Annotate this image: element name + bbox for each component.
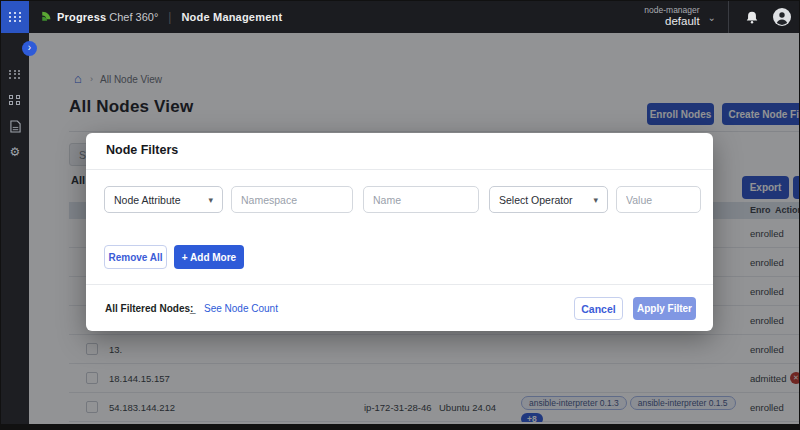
org-env: default: [644, 15, 699, 28]
progress-logo-icon: [39, 11, 52, 24]
topbar-divider: |: [168, 10, 171, 24]
name-input[interactable]: [363, 186, 479, 213]
node-attribute-value: Node Attribute: [114, 194, 181, 206]
top-bar: Progress Chef 360° | Node Management nod…: [1, 1, 800, 33]
add-more-button[interactable]: + Add More: [174, 245, 244, 269]
gear-icon: ⚙: [10, 146, 21, 158]
app-title: Node Management: [181, 11, 282, 23]
brand-secondary: Chef 360°: [109, 11, 158, 23]
notifications-button[interactable]: [745, 10, 759, 25]
app-launcher-button[interactable]: [1, 1, 29, 33]
remove-all-button[interactable]: Remove All: [104, 245, 167, 269]
sidebar-item-apps[interactable]: [1, 87, 29, 113]
sidebar-item-nodes[interactable]: [1, 61, 29, 87]
sidebar-item-docs[interactable]: [1, 113, 29, 139]
apply-filter-button[interactable]: Apply Filter: [633, 297, 696, 320]
org-name: node-manager: [644, 6, 699, 15]
sidebar-expand-button[interactable]: ›: [22, 41, 37, 56]
node-filters-modal: Node Filters Node Attribute ▾ Select Ope…: [86, 133, 713, 331]
sidebar-item-settings[interactable]: ⚙: [1, 139, 29, 165]
nodes-icon: [9, 70, 21, 79]
document-icon: [10, 120, 21, 133]
account-button[interactable]: [773, 8, 791, 26]
caret-down-icon: ▾: [208, 195, 213, 205]
waffle-icon: [9, 12, 22, 22]
topbar-right: node-manager default ⌄: [644, 1, 800, 33]
chevron-down-icon: ⌄: [708, 12, 716, 23]
topbar-separator: [728, 1, 729, 33]
avatar-icon: [773, 8, 791, 26]
cancel-button[interactable]: Cancel: [574, 297, 623, 320]
see-node-count-link[interactable]: See Node Count: [204, 303, 278, 314]
brand-primary: Progress: [57, 11, 106, 23]
modal-title: Node Filters: [106, 143, 178, 157]
org-switcher[interactable]: node-manager default: [644, 6, 699, 28]
caret-down-icon: ▾: [593, 195, 598, 205]
grid-icon: [9, 95, 21, 105]
filtered-nodes-label: All Filtered Nodes:: [105, 303, 193, 314]
filtered-nodes-value: _: [190, 303, 196, 314]
value-input[interactable]: [616, 186, 701, 213]
operator-value: Select Operator: [499, 194, 573, 206]
left-sidebar: ⚙: [1, 33, 29, 429]
modal-divider: [86, 169, 713, 170]
bottom-border: [1, 424, 799, 429]
bell-icon: [745, 10, 759, 25]
namespace-input[interactable]: [231, 186, 353, 213]
node-attribute-dropdown[interactable]: Node Attribute ▾: [104, 186, 223, 213]
operator-dropdown[interactable]: Select Operator ▾: [489, 186, 608, 213]
modal-divider: [86, 284, 713, 285]
brand-logo: Progress Chef 360°: [39, 11, 158, 24]
app-window: Progress Chef 360° | Node Management nod…: [0, 0, 800, 430]
